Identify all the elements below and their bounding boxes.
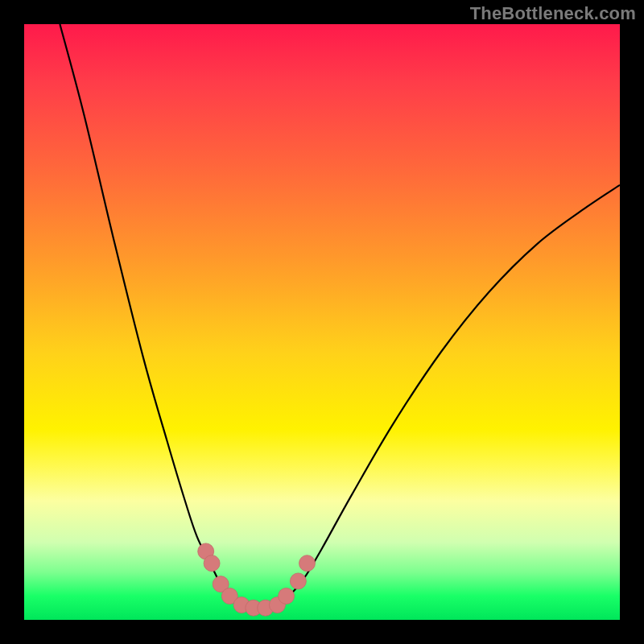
data-marker <box>299 555 316 572</box>
data-marker <box>279 588 295 604</box>
marker-group <box>198 543 316 616</box>
left-curve <box>60 24 244 608</box>
right-curve <box>275 185 620 608</box>
watermark-text: TheBottleneck.com <box>470 3 636 24</box>
data-marker <box>290 573 306 589</box>
chart-svg <box>24 24 620 620</box>
outer-frame: TheBottleneck.com <box>0 0 644 644</box>
data-marker <box>204 555 220 572</box>
plot-area <box>24 24 620 620</box>
